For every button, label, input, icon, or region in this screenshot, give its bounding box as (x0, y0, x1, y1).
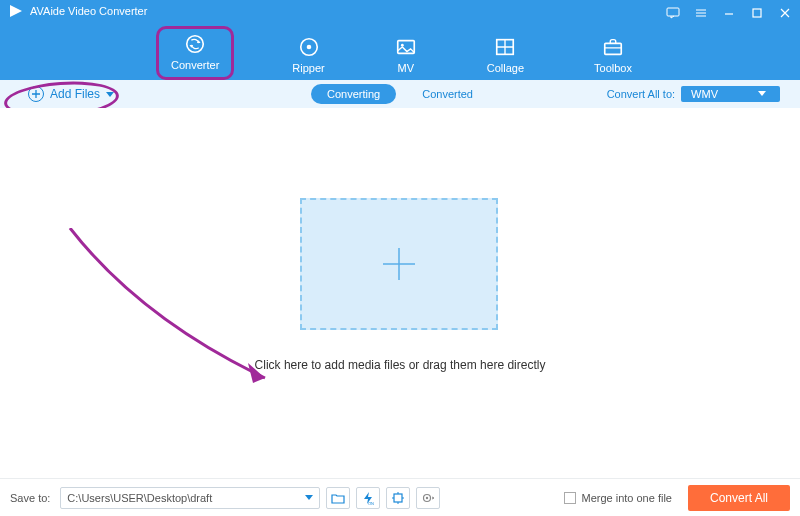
chip-icon (391, 491, 405, 505)
svg-text:ON: ON (368, 501, 374, 505)
toolbox-icon (602, 36, 624, 58)
plus-icon (377, 242, 421, 286)
add-files-button[interactable]: Add Files (20, 83, 122, 105)
window-controls (664, 4, 794, 22)
add-files-label: Add Files (50, 87, 100, 101)
chevron-down-icon (106, 87, 114, 101)
subbar: Add Files Converting Converted Convert A… (0, 80, 800, 108)
convert-all-to-label: Convert All to: (607, 88, 675, 100)
svg-rect-11 (605, 43, 622, 54)
footer: Save to: C:\Users\USER\Desktop\draft ON … (0, 478, 800, 516)
maximize-icon[interactable] (748, 4, 766, 22)
segment-converting[interactable]: Converting (311, 84, 396, 104)
annotation-arrow (60, 228, 290, 398)
settings-button[interactable] (416, 487, 440, 509)
minimize-icon[interactable] (720, 4, 738, 22)
svg-point-20 (426, 496, 428, 498)
tab-toolbox[interactable]: Toolbox (582, 32, 644, 80)
tab-converter[interactable]: Converter (156, 26, 234, 80)
converter-icon (184, 33, 206, 55)
tab-mv[interactable]: MV (383, 32, 429, 80)
svg-rect-1 (667, 8, 679, 16)
format-value: WMV (691, 88, 718, 100)
status-segment: Converting Converted (311, 84, 489, 104)
save-path-value: C:\Users\USER\Desktop\draft (67, 492, 212, 504)
tab-label: Toolbox (594, 62, 632, 74)
merge-label: Merge into one file (581, 492, 672, 504)
gpu-button[interactable] (386, 487, 410, 509)
save-path-select[interactable]: C:\Users\USER\Desktop\draft (60, 487, 320, 509)
mv-icon (395, 36, 417, 58)
menu-icon[interactable] (692, 4, 710, 22)
svg-marker-12 (106, 92, 114, 97)
drop-instruction: Click here to add media files or drag th… (255, 358, 546, 372)
titlebar: AVAide Video Converter (0, 0, 800, 22)
bolt-icon: ON (361, 491, 375, 505)
format-select[interactable]: WMV (681, 86, 780, 102)
bolt-button[interactable]: ON (356, 487, 380, 509)
merge-checkbox[interactable]: Merge into one file (564, 492, 672, 504)
checkbox-icon (564, 492, 576, 504)
convert-all-button[interactable]: Convert All (688, 485, 790, 511)
save-to-label: Save to: (10, 492, 50, 504)
tab-ripper[interactable]: Ripper (280, 32, 336, 80)
ripper-icon (298, 36, 320, 58)
header: AVAide Video Converter Converter Ripper … (0, 0, 800, 80)
feedback-icon[interactable] (664, 4, 682, 22)
close-icon[interactable] (776, 4, 794, 22)
svg-marker-13 (758, 91, 766, 96)
plus-circle-icon (28, 86, 44, 102)
tab-label: Collage (487, 62, 524, 74)
folder-icon (331, 491, 345, 505)
main-area: Click here to add media files or drag th… (0, 108, 800, 478)
svg-point-7 (306, 45, 311, 50)
gear-icon (421, 491, 435, 505)
chevron-down-icon (305, 495, 313, 501)
svg-point-3 (187, 36, 204, 53)
app-title: AVAide Video Converter (30, 5, 147, 17)
collage-icon (494, 36, 516, 58)
tab-label: MV (397, 62, 414, 74)
drop-zone[interactable] (300, 198, 498, 330)
open-folder-button[interactable] (326, 487, 350, 509)
tab-label: Ripper (292, 62, 324, 74)
svg-rect-18 (394, 494, 402, 502)
chevron-down-icon (758, 91, 766, 97)
svg-marker-0 (10, 5, 22, 17)
svg-rect-2 (753, 9, 761, 17)
tab-label: Converter (171, 59, 219, 71)
tab-collage[interactable]: Collage (475, 32, 536, 80)
main-tabs: Converter Ripper MV Collage Toolbox (0, 22, 800, 80)
segment-converted[interactable]: Converted (406, 84, 489, 104)
convert-all-to: Convert All to: WMV (607, 86, 780, 102)
svg-marker-15 (305, 495, 313, 500)
app-logo-icon (8, 3, 24, 19)
